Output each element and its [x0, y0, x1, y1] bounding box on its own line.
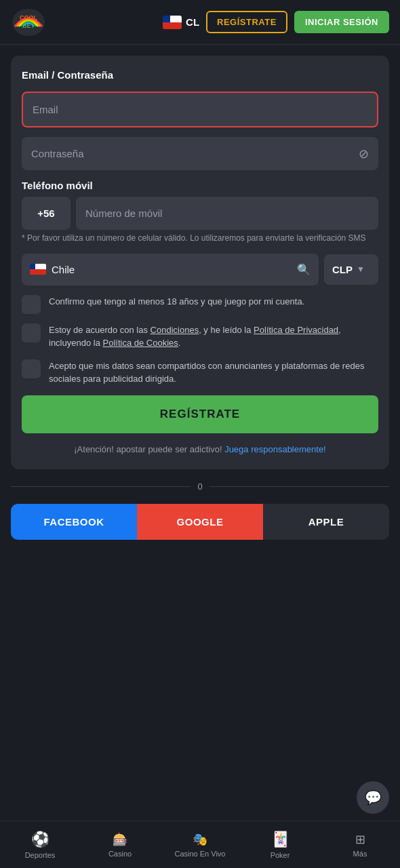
header-register-button[interactable]: REGÍSTRATE: [206, 11, 287, 33]
divider-label: 0: [197, 481, 202, 492]
currency-selector[interactable]: CLP ▼: [324, 254, 378, 285]
phone-section: Teléfono móvil +56 * Por favor utiliza u…: [22, 180, 378, 244]
warning-text: ¡Atención! apostar puede ser adictivo! J…: [22, 443, 378, 456]
checkbox-age[interactable]: [22, 295, 41, 314]
currency-label: CLP: [332, 264, 353, 275]
divider-row: 0: [11, 477, 389, 496]
country-selector-header[interactable]: CL: [163, 16, 199, 29]
password-input[interactable]: [22, 137, 378, 170]
nav-item-poker[interactable]: 🃏 Poker: [240, 821, 320, 868]
password-input-wrapper: ⊘: [22, 137, 378, 170]
facebook-login-button[interactable]: FACEBOOK: [11, 504, 137, 540]
deportes-icon: ⚽: [31, 831, 49, 848]
deportes-label: Deportes: [25, 851, 56, 859]
divider-right: [209, 486, 389, 487]
phone-section-label: Teléfono móvil: [22, 180, 378, 191]
checkboxes-section: Confirmo que tengo al menos 18 años y qu…: [22, 295, 378, 386]
checkbox-terms-label: Estoy de acuerdo con las Condiciones, y …: [49, 323, 378, 350]
email-section-label: Email / Contraseña: [22, 69, 378, 81]
chat-icon: 💬: [365, 789, 382, 806]
coolbet-logo: COOL BET: [11, 7, 46, 37]
nav-item-casino[interactable]: 🎰 Casino: [80, 821, 160, 868]
email-input[interactable]: [22, 92, 378, 127]
divider-left: [11, 486, 191, 487]
poker-icon: 🃏: [271, 831, 289, 848]
header-right: CL REGÍSTRATE INICIAR SESIÓN: [163, 11, 389, 33]
country-search-icon: 🔍: [297, 263, 311, 276]
mas-icon: ⊞: [355, 832, 365, 847]
poker-label: Poker: [271, 851, 290, 859]
phone-prefix-display: +56: [22, 197, 71, 230]
country-selector[interactable]: Chile 🔍: [22, 254, 319, 285]
privacy-link[interactable]: Política de Privacidad: [254, 325, 338, 335]
chile-flag-header: [163, 16, 182, 29]
casino-en-vivo-icon: 🎭: [193, 832, 207, 847]
country-code-label: CL: [186, 16, 199, 28]
nav-item-mas[interactable]: ⊞ Más: [320, 821, 400, 868]
terms-link[interactable]: Condiciones: [151, 325, 199, 335]
currency-dropdown-arrow: ▼: [357, 264, 365, 274]
nav-item-deportes[interactable]: ⚽ Deportes: [0, 821, 80, 868]
chat-fab-button[interactable]: 💬: [357, 781, 389, 814]
apple-login-button[interactable]: APPLE: [263, 504, 389, 540]
toggle-password-icon[interactable]: ⊘: [359, 146, 369, 161]
checkbox-data-sharing[interactable]: [22, 359, 41, 378]
country-flag: [30, 264, 46, 275]
email-input-wrapper: [22, 92, 378, 127]
phone-number-input[interactable]: [76, 197, 378, 230]
warning-pre-text: ¡Atención! apostar puede ser adictivo!: [74, 444, 224, 454]
cookies-link[interactable]: Política de Cookies: [103, 338, 178, 348]
checkbox-data-sharing-label: Acepto que mis datos sean compartidos co…: [49, 359, 378, 386]
country-currency-row: Chile 🔍 CLP ▼: [22, 254, 378, 285]
phone-row: +56: [22, 197, 378, 230]
social-buttons-group: FACEBOOK GOOGLE APPLE: [11, 504, 389, 540]
checkbox-age-label: Confirmo que tengo al menos 18 años y qu…: [49, 295, 304, 309]
phone-hint-text: * Por favor utiliza un número de celular…: [22, 233, 378, 244]
email-password-section: Email / Contraseña: [22, 69, 378, 82]
checkbox-row-2: Estoy de acuerdo con las Condiciones, y …: [22, 323, 378, 350]
casino-icon: 🎰: [113, 832, 127, 847]
logo-area: COOL BET: [11, 7, 46, 37]
casino-en-vivo-label: Casino En Vivo: [174, 850, 225, 858]
main-content: Email / Contraseña ⊘ Teléfono móvil +56 …: [0, 45, 400, 821]
responsible-gambling-link[interactable]: Juega responsablemente!: [224, 444, 326, 454]
bottom-navigation: ⚽ Deportes 🎰 Casino 🎭 Casino En Vivo 🃏 P…: [0, 821, 400, 868]
checkbox-terms[interactable]: [22, 323, 41, 342]
header-login-button[interactable]: INICIAR SESIÓN: [294, 11, 389, 33]
register-main-button[interactable]: REGÍSTRATE: [22, 395, 378, 433]
mas-label: Más: [353, 850, 367, 858]
nav-item-casino-en-vivo[interactable]: 🎭 Casino En Vivo: [160, 821, 240, 868]
country-name-label: Chile: [52, 264, 292, 275]
header: COOL BET CL REGÍSTRATE INICIAR SESIÓN: [0, 0, 400, 45]
checkbox-row-1: Confirmo que tengo al menos 18 años y qu…: [22, 295, 378, 314]
casino-label: Casino: [108, 850, 132, 858]
registration-form-card: Email / Contraseña ⊘ Teléfono móvil +56 …: [11, 56, 389, 469]
google-login-button[interactable]: GOOGLE: [137, 504, 263, 540]
checkbox-row-3: Acepto que mis datos sean compartidos co…: [22, 359, 378, 386]
